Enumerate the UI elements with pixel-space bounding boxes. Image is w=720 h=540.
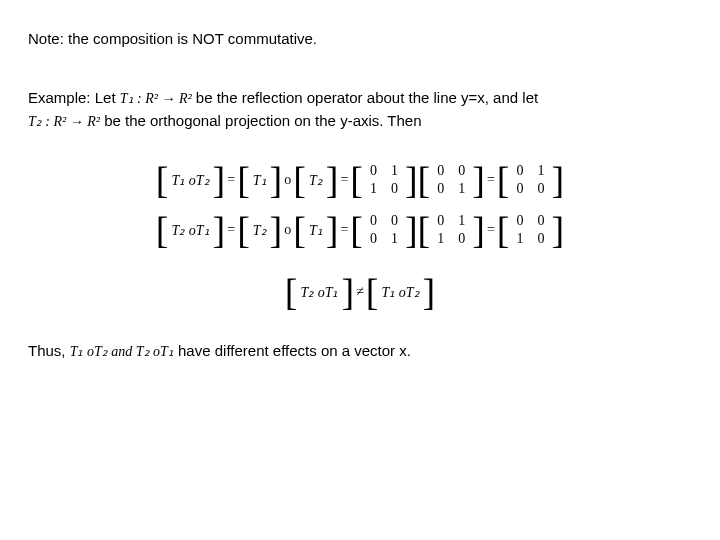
eq1-matrix-result: 01 00 bbox=[497, 162, 564, 198]
thus-lead: Thus, bbox=[28, 342, 66, 359]
equation-1: T₁ oT₂ = T₁ o T₂ = 01 10 00 01 = 01 00 bbox=[28, 162, 692, 198]
eq2-lhs: T₂ oT₁ bbox=[169, 222, 213, 239]
example-lead: Example: Let bbox=[28, 89, 116, 106]
eq1-matrix-b: 00 01 bbox=[418, 162, 485, 198]
eq1-m2: T₂ bbox=[306, 172, 326, 189]
eq2-matrix-result: 00 10 bbox=[497, 212, 564, 248]
eq2-matrix-a: 00 01 bbox=[350, 212, 417, 248]
eq2-matrix-b: 01 10 bbox=[418, 212, 485, 248]
equation-block: T₁ oT₂ = T₁ o T₂ = 01 10 00 01 = 01 00 T… bbox=[28, 162, 692, 308]
eq1-matrix-a: 01 10 bbox=[350, 162, 417, 198]
neq-right: T₁ oT₂ bbox=[379, 284, 423, 301]
equation-2: T₂ oT₁ = T₂ o T₁ = 00 01 01 10 = 00 10 bbox=[28, 212, 692, 248]
eq1-m1: T₁ bbox=[250, 172, 270, 189]
eq1-lhs: T₁ oT₂ bbox=[169, 172, 213, 189]
inequality: T₂ oT₁ ≠ T₁ oT₂ bbox=[28, 276, 692, 308]
eq2-m2: T₁ bbox=[306, 222, 326, 239]
note-text: Note: the composition is NOT commutative… bbox=[28, 30, 692, 47]
example-paragraph: Example: Let T₁ : R² → R² be the reflect… bbox=[28, 87, 692, 132]
conclusion: Thus, T₁ oT₂ and T₂ oT₁ have different e… bbox=[28, 342, 692, 360]
eq2-m1: T₂ bbox=[250, 222, 270, 239]
example-mid: be the reflection operator about the lin… bbox=[196, 89, 538, 106]
thus-tail: have different effects on a vector x. bbox=[178, 342, 411, 359]
t1-mapping: T₁ : R² → R² bbox=[120, 91, 192, 106]
t2-mapping: T₂ : R² → R² bbox=[28, 114, 100, 129]
thus-expr: T₁ oT₂ and T₂ oT₁ bbox=[70, 344, 174, 359]
example-tail: be the orthogonal projection on the y-ax… bbox=[104, 112, 421, 129]
neq-left: T₂ oT₁ bbox=[297, 284, 341, 301]
